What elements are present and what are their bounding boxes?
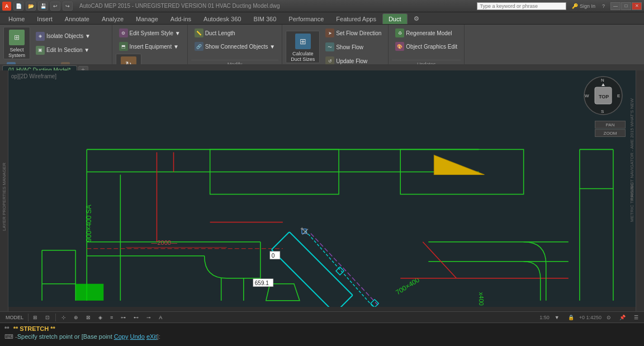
grid-display-btn[interactable]: ⊞	[30, 314, 41, 321]
ucs-btn[interactable]: ⊠	[83, 314, 94, 321]
qp-btn[interactable]: ⊷	[130, 314, 142, 321]
bottom-toolbar: MODEL ⊞ ⊡ ⊹ ⊕ ⊠ ◈ ≡ ⊶ ⊷ ⊸ A 1:50 ▼ 🔒 +0 …	[0, 311, 644, 323]
select-system-button[interactable]: ⊞ SelectSystem	[3, 27, 30, 59]
command-line1: ** ** STRETCH **	[4, 325, 640, 332]
ribbon-group-calculations: ⊞ CalculateDuct Sizes ➤ Set Flow Directi…	[282, 25, 389, 68]
coord-display: +0 1:4250	[579, 315, 602, 320]
snap-btn[interactable]: ⊡	[42, 314, 53, 321]
pin-btn[interactable]: 📌	[616, 314, 629, 321]
ribbon-tabs: Home Insert Annotate Analyze Manage Add-…	[0, 12, 644, 25]
tp-btn[interactable]: ⊶	[117, 314, 129, 321]
qa-undo[interactable]: ↩	[50, 2, 60, 11]
lock-vp-btn[interactable]: 🔒	[565, 314, 577, 321]
title-text: AutoCAD MEP 2015 - UNREGISTERED VERSION …	[79, 3, 280, 9]
tab-bim360[interactable]: BIM 360	[247, 13, 282, 24]
osnap-btn[interactable]: ⊹	[58, 314, 69, 321]
layer-properties-label: LAYER PROPERTIES MANAGER	[2, 163, 7, 231]
svg-text:TOP: TOP	[599, 94, 609, 99]
tab-performance[interactable]: Performance	[282, 13, 330, 24]
qa-save[interactable]: 💾	[38, 2, 48, 11]
sc-btn[interactable]: ⊸	[143, 314, 154, 321]
svg-text:E: E	[617, 93, 620, 98]
show-flow-button[interactable]: 〜 Show Flow	[322, 41, 385, 53]
svg-marker-44	[75, 284, 103, 301]
calculate-duct-sizes-button[interactable]: ⊞ CalculateDuct Sizes	[286, 31, 320, 63]
signin-btn[interactable]: 🔑 Sign In	[572, 3, 595, 9]
tab-analyze[interactable]: Analyze	[96, 13, 130, 24]
tab-home[interactable]: Home	[2, 13, 31, 24]
svg-text:S: S	[601, 109, 604, 114]
app-icon: A	[2, 2, 11, 11]
close-button[interactable]: ✕	[632, 2, 642, 10]
tab-addins[interactable]: Add-ins	[164, 13, 197, 24]
pan-button[interactable]: PAN	[595, 121, 626, 129]
tab-featuredapps[interactable]: Featured Apps	[330, 13, 382, 24]
insert-equipment-button[interactable]: ⬒ Insert Equipment ▼	[116, 40, 182, 53]
tab-annotate[interactable]: Annotate	[59, 13, 96, 24]
edit-in-section-button[interactable]: ▣ Edit In Section ▼	[32, 44, 94, 56]
svg-rect-0	[8, 77, 636, 301]
maximize-button[interactable]: □	[621, 2, 631, 10]
settings2-btn[interactable]: ☰	[631, 314, 642, 321]
viewcube[interactable]: TOP N S W E	[583, 75, 624, 117]
canvas-svg[interactable]: 900×400 SA —2000— 700×400 x400 SA MV	[8, 70, 636, 307]
svg-text:659.1: 659.1	[255, 280, 269, 286]
svg-text:N: N	[601, 78, 604, 83]
search-input[interactable]	[480, 3, 564, 9]
ribbon-group-updates: ♻ Regenerate Model 🎨 Object Graphics Edi…	[389, 25, 465, 68]
scale-indicator: 1:50	[539, 315, 550, 320]
svg-text:✦: ✦	[300, 226, 304, 232]
svg-text:W: W	[585, 93, 589, 98]
right-sidebar	[636, 70, 644, 323]
metric-training-label: METRIC TRAINING	[629, 182, 634, 222]
help-btn[interactable]: ?	[602, 3, 605, 9]
isolate-btn[interactable]: ⊙	[603, 314, 614, 321]
svg-text:—2000—: —2000—	[151, 239, 177, 246]
title-bar: A 📄 📂 💾 ↩ ↪ AutoCAD MEP 2015 - UNREGISTE…	[0, 0, 644, 12]
lw-btn[interactable]: ≡	[107, 314, 116, 321]
viewport-label: op][2D Wireframe]	[11, 73, 56, 79]
tab-insert[interactable]: Insert	[31, 13, 59, 24]
drawing-area[interactable]: op][2D Wireframe] 900×400 SA —2000—	[8, 70, 636, 307]
command-line2: ⌨ -Specify stretch point or [Base point …	[4, 333, 640, 340]
ann-btn[interactable]: A	[155, 314, 165, 321]
regenerate-model-button[interactable]: ♻ Regenerate Model	[392, 27, 455, 39]
show-connected-button[interactable]: 🔗 Show Connected Objects ▼	[191, 40, 279, 53]
nav-controls: PAN ZOOM	[595, 121, 626, 137]
set-flow-direction-button[interactable]: ➤ Set Flow Direction	[322, 27, 385, 39]
ribbon-panel: ⊞ SelectSystem ◈ Isolate Objects ▼ ▣ Edi…	[0, 25, 644, 69]
qa-open[interactable]: 📂	[26, 2, 36, 11]
edit-system-style-button[interactable]: ⚙ Edit System Style ▼	[116, 27, 184, 39]
object-graphics-edit-button[interactable]: 🎨 Object Graphics Edit	[392, 40, 461, 53]
tab-duct[interactable]: Duct	[382, 13, 408, 24]
qa-redo[interactable]: ↪	[63, 2, 73, 11]
command-area[interactable]: ** ** STRETCH ** ⌨ -Specify stretch poin…	[0, 323, 644, 346]
zoom-button[interactable]: ZOOM	[595, 129, 626, 137]
minimize-button[interactable]: —	[610, 2, 621, 10]
tab-manage[interactable]: Manage	[130, 13, 164, 24]
svg-text:x400 SA MV: x400 SA MV	[478, 292, 485, 307]
tab-autodesk360[interactable]: Autodesk 360	[197, 13, 247, 24]
qa-new[interactable]: 📄	[13, 2, 23, 11]
ribbon-group-modify: ⚙ Edit System Style ▼ ⬒ Insert Equipment…	[112, 25, 188, 68]
ribbon-group-duct-ops: 📏 Duct Length 🔗 Show Connected Objects ▼…	[188, 25, 283, 68]
dyn-btn[interactable]: ◈	[95, 314, 106, 321]
scale-btn[interactable]: ▼	[551, 314, 563, 321]
svg-text:900×400 SA: 900×400 SA	[85, 205, 93, 241]
ribbon-group-general: ⊞ SelectSystem ◈ Isolate Objects ▼ ▣ Edi…	[0, 25, 112, 68]
left-sidebar: LAYER PROPERTIES MANAGER	[0, 70, 8, 323]
model-btn[interactable]: MODEL	[2, 314, 27, 321]
otrack-btn[interactable]: ⊕	[70, 314, 82, 321]
tab-extra[interactable]: ⚙	[408, 13, 425, 24]
isolate-objects-button[interactable]: ◈ Isolate Objects ▼	[32, 30, 94, 42]
duct-length-button[interactable]: 📏 Duct Length	[191, 27, 239, 39]
svg-text:0: 0	[272, 253, 275, 259]
